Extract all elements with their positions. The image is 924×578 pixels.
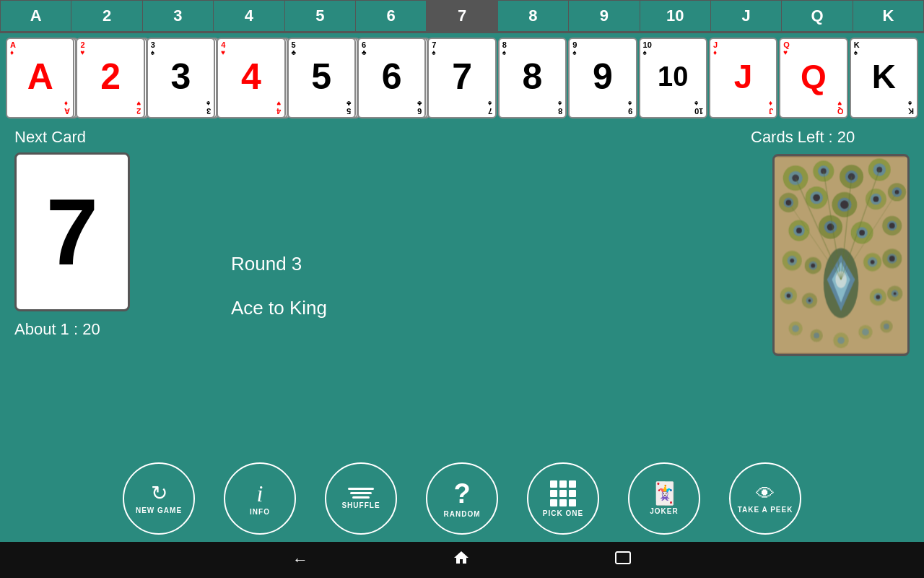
card-7[interactable]: 7♠77♠	[427, 38, 496, 118]
info-label: INFO	[250, 508, 270, 516]
cards-left-value: 20	[837, 128, 855, 146]
card-q[interactable]: Q♥QQ♥	[779, 38, 847, 118]
col-header-6[interactable]: 6	[356, 0, 427, 32]
home-button[interactable]	[453, 549, 470, 571]
cards-left-label: Cards Left : 20	[751, 128, 855, 147]
col-header-j[interactable]: J	[711, 0, 782, 32]
card-6[interactable]: 6♣66♣	[357, 38, 426, 118]
back-button[interactable]: ←	[292, 551, 308, 569]
next-card-label: Next Card	[14, 128, 173, 147]
svg-point-39	[889, 223, 895, 228]
col-header-7[interactable]: 7	[427, 0, 497, 32]
card-wrapper-q: Q♥QQ♥	[779, 38, 847, 121]
new-game-button[interactable]: ↻ NEW GAME	[123, 462, 195, 535]
svg-point-18	[813, 194, 820, 202]
svg-rect-82	[616, 552, 630, 564]
take-a-peek-button[interactable]: 👁 TAKE A PEEK	[729, 462, 801, 535]
recents-button[interactable]	[614, 551, 632, 569]
card-5[interactable]: 5♣55♣	[287, 38, 356, 118]
svg-point-69	[814, 332, 819, 338]
svg-point-47	[811, 264, 815, 268]
col-header-2[interactable]: 2	[71, 0, 142, 32]
about-label-text: About 1 :	[14, 320, 78, 338]
svg-point-71	[862, 329, 869, 336]
card-wrapper-6: 6♣66♣	[357, 38, 426, 121]
new-game-icon: ↻	[151, 483, 167, 504]
svg-point-65	[894, 292, 897, 295]
column-headers: A2345678910JQK	[0, 0, 924, 33]
shuffle-button[interactable]: SHUFFLE	[325, 462, 397, 535]
take-a-peek-label: TAKE A PEEK	[738, 506, 793, 514]
main-area: Next Card 7 About 1 : 20 Round 3 Ace to …	[0, 121, 924, 452]
svg-point-30	[796, 228, 802, 233]
joker-label: JOKER	[650, 507, 678, 515]
svg-point-21	[840, 200, 849, 209]
nav-bar: ←	[0, 542, 924, 578]
random-button[interactable]: ? RANDOM	[426, 462, 498, 535]
card-wrapper-a: A♦AA♦	[6, 38, 74, 121]
card-wrapper-3: 3♠33♠	[147, 38, 215, 121]
info-icon: i	[257, 482, 263, 505]
col-header-a[interactable]: A	[0, 0, 71, 32]
joker-button[interactable]: 🃏 JOKER	[628, 462, 700, 535]
grid-icon	[550, 480, 576, 506]
card-row: A♦AA♦2♥22♥3♠33♠4♥44♥5♣55♣6♣66♣7♠77♠8♠88♠…	[0, 33, 924, 121]
card-4[interactable]: 4♥44♥	[217, 38, 285, 118]
card-9[interactable]: 9♠99♠	[568, 38, 637, 118]
left-panel: Next Card 7 About 1 : 20	[14, 128, 173, 444]
card-a[interactable]: A♦AA♦	[6, 38, 74, 118]
card-wrapper-5: 5♣55♣	[287, 38, 356, 121]
card-3[interactable]: 3♠33♠	[147, 38, 215, 118]
col-header-k[interactable]: K	[853, 0, 924, 32]
card-j[interactable]: J♦JJ♦	[709, 38, 777, 118]
svg-point-62	[876, 295, 880, 299]
svg-point-67	[792, 325, 799, 332]
col-header-8[interactable]: 8	[498, 0, 569, 32]
about-label: About 1 : 20	[14, 320, 173, 339]
card-wrapper-7: 7♠77♠	[427, 38, 496, 121]
shuffle-icon	[348, 488, 374, 499]
pick-one-label: PICK ONE	[543, 509, 583, 517]
card-wrapper-8: 8♠88♠	[498, 38, 567, 121]
svg-point-75	[837, 337, 845, 344]
center-panel: Round 3 Ace to King	[188, 128, 736, 444]
card-k[interactable]: K♠KK♠	[850, 38, 918, 118]
right-panel: Cards Left : 20	[751, 128, 910, 444]
shuffle-label: SHUFFLE	[341, 501, 380, 509]
round-label: Round 3	[231, 253, 302, 275]
random-icon: ?	[453, 480, 470, 507]
col-header-9[interactable]: 9	[569, 0, 640, 32]
peek-icon: 👁	[756, 484, 775, 503]
peacock-card[interactable]	[772, 154, 910, 356]
joker-icon: 🃏	[651, 483, 678, 504]
bottom-buttons: ↻ NEW GAME i INFO SHUFFLE ? RANDOM PICK …	[0, 452, 924, 542]
about-value: 20	[82, 320, 100, 338]
col-header-4[interactable]: 4	[214, 0, 284, 32]
next-card-value: 7	[46, 185, 98, 279]
card-2[interactable]: 2♥22♥	[76, 38, 144, 118]
random-label: RANDOM	[444, 510, 481, 518]
ace-to-king-label: Ace to King	[231, 297, 327, 319]
card-wrapper-9: 9♠99♠	[568, 38, 637, 121]
next-card-display[interactable]: 7	[14, 152, 130, 311]
svg-point-53	[889, 256, 895, 262]
svg-point-50	[871, 260, 875, 264]
card-wrapper-2: 2♥22♥	[76, 38, 144, 121]
col-header-q[interactable]: Q	[782, 0, 853, 32]
col-header-10[interactable]: 10	[640, 0, 711, 32]
info-button[interactable]: i INFO	[224, 462, 296, 535]
card-10[interactable]: 10♠1010♠	[639, 38, 707, 118]
cards-left-text: Cards Left :	[751, 128, 833, 146]
pick-one-button[interactable]: PICK ONE	[527, 462, 599, 535]
col-header-3[interactable]: 3	[143, 0, 214, 32]
card-wrapper-4: 4♥44♥	[217, 38, 285, 121]
card-wrapper-10: 10♠1010♠	[639, 38, 707, 121]
card-wrapper-j: J♦JJ♦	[709, 38, 777, 121]
svg-point-56	[786, 293, 790, 298]
new-game-label: NEW GAME	[136, 506, 182, 514]
svg-point-36	[859, 230, 865, 236]
svg-point-44	[790, 259, 794, 263]
svg-point-59	[808, 299, 811, 302]
col-header-5[interactable]: 5	[285, 0, 356, 32]
card-8[interactable]: 8♠88♠	[498, 38, 567, 118]
